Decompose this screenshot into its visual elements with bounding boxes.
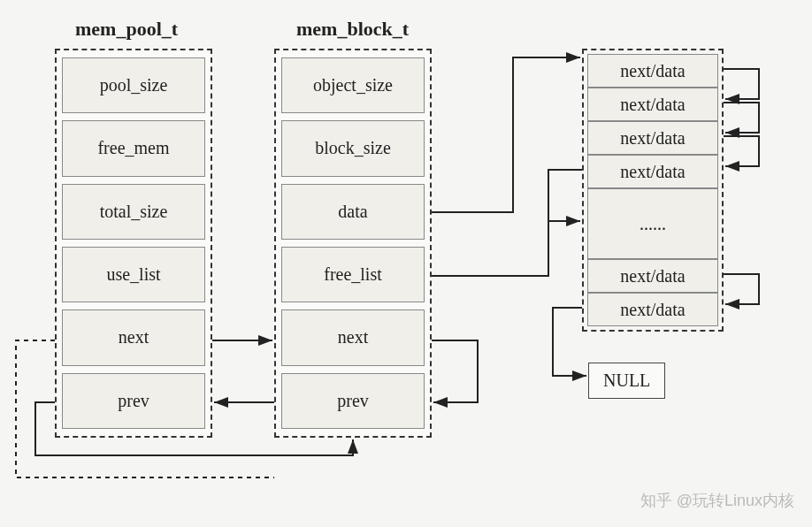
- data-node: next/data: [587, 54, 718, 88]
- struct1-box: pool_size free_mem total_size use_list n…: [55, 49, 212, 438]
- struct1-field-total-size: total_size: [62, 184, 205, 240]
- struct1-field-pool-size: pool_size: [62, 57, 205, 113]
- null-label: NULL: [588, 363, 665, 399]
- arrow-node-next-4: [724, 274, 759, 304]
- data-node: next/data: [587, 121, 718, 155]
- data-node: next/data: [587, 155, 718, 188]
- arrow-block-next-right: [432, 340, 478, 402]
- struct1-field-free-mem: free_mem: [62, 120, 205, 176]
- struct2-field-object-size: object_size: [281, 57, 425, 113]
- struct2-field-prev: prev: [281, 373, 425, 429]
- struct2-field-data: data: [281, 184, 425, 240]
- data-node: next/data: [587, 88, 718, 121]
- struct2-title: mem_block_t: [296, 18, 409, 41]
- arrow-block-data-to-nodes: [432, 57, 580, 212]
- struct1-field-next: next: [62, 309, 205, 365]
- data-node: next/data: [587, 293, 718, 326]
- data-node: next/data: [587, 259, 718, 293]
- struct2-box: object_size block_size data free_list ne…: [274, 49, 432, 438]
- arrow-node-next-1: [724, 69, 759, 99]
- struct1-field-use-list: use_list: [62, 247, 205, 302]
- struct1-field-prev: prev: [62, 373, 205, 429]
- struct2-field-free-list: free_list: [281, 247, 425, 302]
- arrow-node4-to-mid: [548, 170, 582, 221]
- watermark: 知乎 @玩转Linux内核: [640, 490, 794, 511]
- data-nodes-box: next/data next/data next/data next/data …: [582, 49, 724, 332]
- arrow-node-next-3: [724, 136, 759, 166]
- data-node-ellipsis: ......: [587, 188, 718, 259]
- arrow-node-next-2: [724, 103, 759, 133]
- arrow-block-freelist-to-nodes: [432, 221, 580, 276]
- struct2-field-next: next: [281, 309, 425, 365]
- struct2-field-block-size: block_size: [281, 120, 425, 176]
- struct1-title: mem_pool_t: [75, 18, 178, 41]
